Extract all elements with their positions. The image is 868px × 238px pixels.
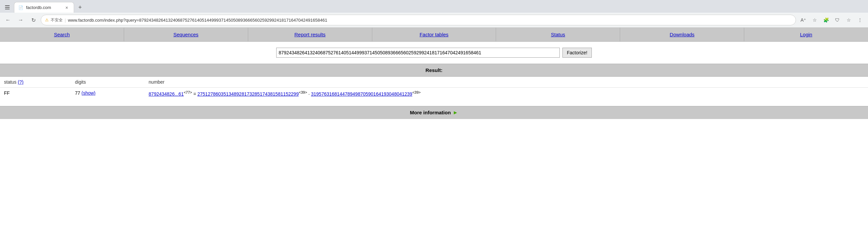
factor2-sup: <39> — [412, 90, 421, 94]
browser-tab[interactable]: 📄 factordb.com × — [14, 2, 74, 13]
address-separator: | — [65, 18, 66, 23]
nav-item-sequences[interactable]: Sequences — [124, 28, 248, 41]
status-value: FF — [0, 88, 71, 99]
status-help-link[interactable]: (?) — [18, 79, 23, 85]
arrow-icon: ► — [453, 110, 458, 116]
bookmark-icon[interactable]: ☆ — [843, 15, 854, 25]
svg-rect-2 — [5, 9, 10, 9]
nav-item-login[interactable]: Login — [744, 28, 868, 41]
security-text: 不安全 — [51, 17, 63, 23]
refresh-button[interactable]: ↻ — [28, 15, 39, 25]
back-button[interactable]: ← — [3, 15, 13, 25]
nav-item-downloads[interactable]: Downloads — [620, 28, 744, 41]
page-content: Search Sequences Report results Factor t… — [0, 28, 868, 119]
url-text: www.factordb.com/index.php?query=8792434… — [68, 18, 792, 23]
factor2-link[interactable]: 31957631681447894987059016419304804123​9 — [311, 91, 412, 97]
formula-cell: 8792434826...61<77> = 275127860351348928… — [145, 88, 868, 99]
show-link[interactable]: (show) — [82, 90, 95, 96]
extensions-icon[interactable]: 🧩 — [820, 15, 831, 25]
tab-bar: 📄 factordb.com × + — [0, 0, 868, 13]
more-info-bar[interactable]: More information ► — [0, 106, 868, 119]
digits-cell: 77 (show) — [71, 88, 145, 99]
address-bar-row: ← → ↻ ⚠ 不安全 | www.factordb.com/index.php… — [0, 13, 868, 27]
result-column-headers: status (?) digits number — [0, 77, 868, 88]
factor1-sup: <39> — [299, 90, 307, 94]
table-row: FF 77 (show) 8792434826...61<77> = 27512… — [0, 88, 868, 99]
tab-favicon-icon: 📄 — [18, 5, 23, 10]
result-header: Result: — [0, 64, 868, 77]
toolbar-icons: A⁺ ☆ 🧩 🛡 ☆ ⋮ — [798, 15, 865, 25]
factor1-link[interactable]: 27512786035134892817328517438158115229​9 — [197, 91, 299, 97]
forward-button[interactable]: → — [16, 15, 26, 25]
digits-col-header: digits — [71, 77, 145, 88]
nav-bar: Search Sequences Report results Factor t… — [0, 28, 868, 42]
result-table: status (?) digits number FF 77 (show) 87… — [0, 77, 868, 99]
search-input[interactable] — [276, 48, 560, 58]
number-link[interactable]: 8792434826...61 — [149, 91, 184, 97]
search-form-area: Factorize! — [0, 42, 868, 64]
factorize-button[interactable]: Factorize! — [562, 48, 591, 58]
nav-item-search[interactable]: Search — [0, 28, 124, 41]
nav-item-report-results[interactable]: Report results — [248, 28, 372, 41]
nav-item-status[interactable]: Status — [496, 28, 620, 41]
number-col-header: number — [145, 77, 868, 88]
svg-rect-0 — [5, 5, 10, 6]
new-tab-button[interactable]: + — [75, 3, 85, 12]
security-icon: ⚠ — [45, 18, 49, 22]
favorites-icon[interactable]: ☆ — [809, 15, 820, 25]
read-aloud-icon[interactable]: A⁺ — [798, 15, 809, 25]
tab-close-button[interactable]: × — [64, 5, 70, 11]
status-col-header: status (?) — [0, 77, 71, 88]
more-info-label: More information — [410, 110, 451, 115]
browser-chrome: 📄 factordb.com × + ← → ↻ ⚠ 不安全 | www.fac… — [0, 0, 868, 28]
equals-sign: = — [193, 91, 197, 97]
sidebar-button[interactable] — [3, 3, 12, 12]
shield-icon[interactable]: 🛡 — [832, 15, 843, 25]
address-bar[interactable]: ⚠ 不安全 | www.factordb.com/index.php?query… — [41, 15, 796, 25]
number-superscript: <77> — [184, 90, 192, 94]
svg-rect-1 — [5, 7, 10, 8]
tab-title: factordb.com — [26, 5, 61, 10]
nav-item-factor-tables[interactable]: Factor tables — [372, 28, 496, 41]
more-options-icon[interactable]: ⋮ — [855, 15, 865, 25]
